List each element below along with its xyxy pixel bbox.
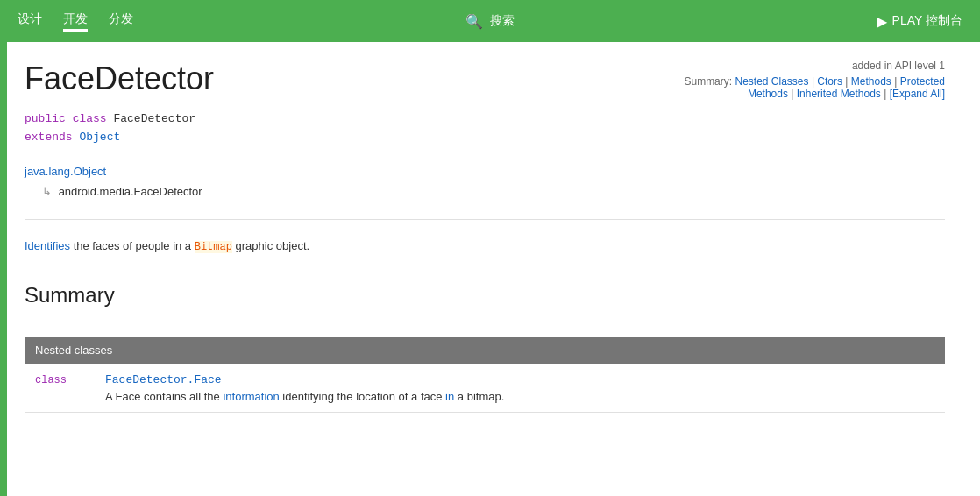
code-block: public class FaceDetector extends Object [25, 110, 945, 147]
api-info: added in API level 1 Summary: Nested Cla… [664, 60, 945, 100]
row-content: FaceDetector.Face A Face contains all th… [95, 364, 945, 413]
summary-links: Summary: Nested Classes | Ctors | Method… [664, 75, 945, 100]
class-name-code: FaceDetector [113, 112, 195, 125]
kw-class: class [73, 112, 107, 125]
desc-text2: graphic object. [236, 239, 310, 252]
class-header: FaceDetector added in API level 1 Summar… [25, 60, 945, 100]
class-description: Identifies the faces of people in a Bitm… [25, 237, 945, 256]
inherit-arrow-icon: ↳ [42, 185, 52, 198]
link-protected[interactable]: Protected [900, 75, 945, 88]
link-methods[interactable]: Methods [851, 75, 891, 88]
face-class-link[interactable]: FaceDetector.Face [105, 373, 222, 386]
summary-heading: Summary [25, 283, 945, 308]
link-ctors[interactable]: Ctors [817, 75, 842, 88]
bitmap-code: Bitmap [195, 241, 232, 253]
row-description: A Face contains all the information iden… [105, 390, 934, 403]
desc-text1: the faces of people in a [74, 239, 195, 252]
code-line1: public class FaceDetector [25, 110, 945, 129]
summary-label: Summary: [684, 75, 732, 88]
summary-table: Nested classes class FaceDetector.Face A… [25, 337, 945, 413]
in-link[interactable]: in [445, 390, 454, 403]
section-divider [25, 322, 945, 322]
link-methods2[interactable]: Methods [748, 88, 788, 100]
nav-links: 设计 开发 分发 [18, 11, 133, 32]
table-header: Nested classes [25, 337, 945, 364]
search-label: 搜索 [490, 13, 515, 29]
java-lang-object-link[interactable]: java.lang.Object [25, 165, 106, 178]
information-link[interactable]: information [223, 390, 279, 403]
link-expand-all[interactable]: [Expand All] [890, 88, 945, 100]
play-icon: ▶ [877, 13, 887, 30]
class-title: FaceDetector [25, 60, 214, 97]
inherit-child-text: android.media.FaceDetector [59, 185, 202, 198]
kw-public: public [25, 112, 66, 125]
nav-design[interactable]: 设计 [18, 11, 42, 32]
play-label: PLAY 控制台 [892, 13, 962, 29]
play-console-button[interactable]: ▶ PLAY 控制台 [877, 13, 962, 30]
desc-part3: a bitmap. [458, 390, 504, 403]
search-icon: 🔍 [465, 13, 483, 30]
main-content: FaceDetector added in API level 1 Summar… [7, 42, 980, 496]
inheritance-child: ↳ android.media.FaceDetector [42, 181, 945, 202]
divider1 [25, 219, 945, 220]
desc-part2: identifying the location of a face [282, 390, 445, 403]
link-nested-classes[interactable]: Nested Classes [735, 75, 808, 88]
extends-link[interactable]: Object [79, 131, 120, 144]
code-line2: extends Object [25, 129, 945, 147]
link-inherited-methods[interactable]: Inherited Methods [797, 88, 881, 100]
top-navigation: 设计 开发 分发 🔍 搜索 ▶ PLAY 控制台 [0, 0, 980, 42]
inheritance-tree: java.lang.Object ↳ android.media.FaceDet… [25, 161, 945, 202]
kw-extends: extends [25, 131, 73, 144]
row-type: class [25, 364, 95, 413]
content-wrapper: FaceDetector added in API level 1 Summar… [0, 42, 980, 496]
search-area[interactable]: 🔍 搜索 [465, 13, 515, 30]
desc-part1: A Face contains all the [105, 390, 223, 403]
identifies-link[interactable]: Identifies [25, 239, 70, 252]
inheritance-root: java.lang.Object [25, 161, 945, 181]
nested-classes-header: Nested classes [25, 337, 945, 364]
nav-distribute[interactable]: 分发 [109, 11, 133, 32]
nav-develop[interactable]: 开发 [63, 11, 88, 32]
api-level: added in API level 1 [664, 60, 945, 72]
left-accent-bar [0, 42, 7, 496]
table-row: class FaceDetector.Face A Face contains … [25, 364, 945, 413]
